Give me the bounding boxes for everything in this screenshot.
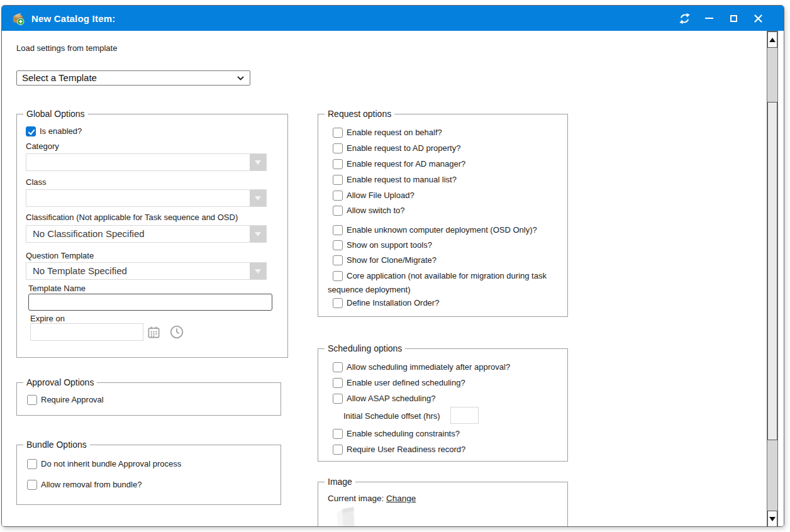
checkbox-label: Enable user defined scheduling?: [347, 378, 465, 387]
current-image-row: Current image: Change: [328, 494, 416, 503]
checkbox-box: [333, 225, 343, 235]
checkbox-box: [333, 298, 343, 308]
checkbox-label: Allow File Upload?: [347, 191, 414, 200]
scheduling-options-legend: Scheduling options: [325, 343, 405, 353]
checkbox-box: [333, 394, 343, 404]
scroll-down-icon[interactable]: [767, 511, 777, 527]
checkbox-label: Core application (not available for migr…: [328, 271, 547, 294]
dropdown-arrow-icon[interactable]: [250, 190, 266, 206]
question-template-value: No Template Specified: [33, 263, 127, 279]
template-select-value: Select a Template: [22, 72, 97, 83]
show-for-clone-migrate-checkbox[interactable]: Show for Clone/Migrate?: [328, 253, 437, 267]
checkbox-label: Require Approval: [41, 395, 104, 404]
checkbox-box: [333, 362, 343, 372]
allow-file-upload-checkbox[interactable]: Allow File Upload?: [328, 189, 414, 202]
scheduling-options-group: Scheduling options Allow scheduling imme…: [318, 348, 568, 462]
enable-user-defined-scheduling-checkbox[interactable]: Enable user defined scheduling?: [328, 376, 465, 390]
checkbox-box: [333, 206, 343, 216]
close-icon[interactable]: [750, 10, 766, 26]
classification-label: Classification (Not applicable for Task …: [26, 213, 238, 222]
checkbox-box: [333, 175, 343, 185]
approval-options-legend: Approval Options: [23, 377, 97, 387]
enable-request-on-behalf-checkbox[interactable]: Enable request on behalf?: [328, 126, 442, 140]
initial-schedule-offset-label: Initial Schedule offset (hrs): [343, 411, 440, 421]
scrollbar-thumb[interactable]: [767, 102, 777, 440]
titlebar: New Catalog Item:: [2, 6, 784, 31]
dropdown-arrow-icon[interactable]: [250, 154, 266, 170]
show-on-support-tools-checkbox[interactable]: Show on support tools?: [328, 238, 432, 252]
checkbox-box: [333, 445, 343, 455]
scroll-up-icon[interactable]: [767, 31, 777, 48]
checkbox-box: [333, 191, 343, 201]
checkbox-label: Is enabled?: [40, 126, 82, 136]
global-options-legend: Global Options: [23, 109, 88, 119]
question-template-label: Question Template: [26, 251, 94, 260]
calendar-icon[interactable]: [147, 326, 160, 341]
enable-request-to-manual-list-checkbox[interactable]: Enable request to manual list?: [328, 173, 457, 187]
class-dropdown[interactable]: [26, 189, 267, 207]
checkbox-box: [27, 395, 37, 405]
image-legend: Image: [325, 477, 355, 487]
template-name-input[interactable]: [28, 294, 272, 311]
question-template-dropdown[interactable]: No Template Specified: [26, 262, 267, 280]
maximize-icon[interactable]: [725, 10, 742, 26]
require-approval-checkbox[interactable]: Require Approval: [27, 393, 104, 407]
bundle-options-group: Bundle Options Do not inherit bundle App…: [16, 445, 281, 505]
category-label: Category: [26, 141, 59, 151]
dialog-content: Load settings from template Select a Tem…: [2, 31, 784, 526]
vertical-scrollbar[interactable]: [767, 31, 778, 527]
expire-on-input[interactable]: [30, 323, 143, 341]
template-name-label: Template Name: [28, 284, 86, 293]
allow-asap-scheduling-checkbox[interactable]: Allow ASAP scheduling?: [328, 392, 435, 406]
is-enabled-checkbox[interactable]: Is enabled?: [26, 125, 82, 138]
checkbox-box: [333, 255, 343, 265]
enable-scheduling-constraints-checkbox[interactable]: Enable scheduling constraints?: [328, 427, 460, 441]
dropdown-arrow-icon[interactable]: [250, 263, 266, 279]
checkbox-box: [333, 240, 343, 250]
checkbox-label: Allow ASAP scheduling?: [347, 394, 435, 403]
define-installation-order-checkbox[interactable]: Define Installation Order?: [328, 296, 439, 310]
window-title: New Catalog Item:: [31, 13, 115, 24]
checkbox-label: Define Installation Order?: [347, 298, 439, 308]
current-image-label: Current image:: [328, 494, 384, 503]
checkbox-label: Enable scheduling constraints?: [347, 429, 460, 438]
approval-options-group: Approval Options Require Approval: [16, 382, 281, 416]
minimize-icon[interactable]: [701, 10, 717, 26]
checkbox-label: Enable request to manual list?: [347, 175, 457, 184]
class-label: Class: [26, 177, 47, 187]
enable-request-to-ad-property-checkbox[interactable]: Enable request to AD property?: [328, 141, 460, 155]
dropdown-arrow-icon[interactable]: [250, 226, 266, 242]
app-package-icon: [11, 11, 25, 26]
enable-request-for-ad-manager-checkbox[interactable]: Enable request for AD manager?: [328, 157, 465, 171]
checkbox-label: Enable request to AD property?: [347, 143, 460, 153]
expire-on-label: Expire on: [30, 314, 65, 323]
chevron-down-icon: [237, 76, 244, 80]
checkbox-label: Enable unknown computer deployment (OSD …: [347, 225, 537, 235]
template-select[interactable]: Select a Template: [16, 70, 250, 86]
allow-removal-from-bundle-checkbox[interactable]: Allow removal from bundle?: [27, 478, 142, 492]
change-image-link[interactable]: Change: [386, 494, 416, 503]
refresh-icon[interactable]: [676, 10, 693, 26]
category-dropdown[interactable]: [26, 153, 267, 171]
initial-schedule-offset-input[interactable]: [450, 407, 479, 424]
checkbox-box: [27, 480, 37, 490]
checkbox-box: [333, 378, 343, 388]
checkbox-box: [27, 459, 37, 469]
image-group: Image Current image: Change: [318, 482, 568, 527]
checkbox-box: [333, 271, 343, 281]
allow-scheduling-immediately-checkbox[interactable]: Allow scheduling immediately after appro…: [328, 360, 510, 374]
global-options-group: Global Options Is enabled? Category Clas…: [16, 114, 288, 358]
clock-icon[interactable]: [169, 324, 184, 342]
checkbox-label: Allow removal from bundle?: [41, 480, 142, 489]
checkbox-box: [333, 128, 343, 138]
request-options-legend: Request options: [325, 109, 394, 119]
checkbox-label: Enable request for AD manager?: [347, 159, 465, 169]
dialog-window: New Catalog Item: Load settings from tem…: [1, 5, 784, 527]
require-user-readiness-record-checkbox[interactable]: Require User Readiness record?: [328, 443, 465, 457]
checkbox-label: Do not inherit bundle Approval process: [41, 459, 181, 468]
enable-unknown-computer-deployment-checkbox[interactable]: Enable unknown computer deployment (OSD …: [328, 223, 537, 237]
no-inherit-bundle-approval-checkbox[interactable]: Do not inherit bundle Approval process: [27, 457, 181, 471]
classification-dropdown[interactable]: No Classification Specified: [26, 225, 267, 243]
core-application-checkbox[interactable]: Core application (not available for migr…: [328, 269, 548, 297]
allow-switch-to-checkbox[interactable]: Allow switch to?: [328, 204, 404, 218]
